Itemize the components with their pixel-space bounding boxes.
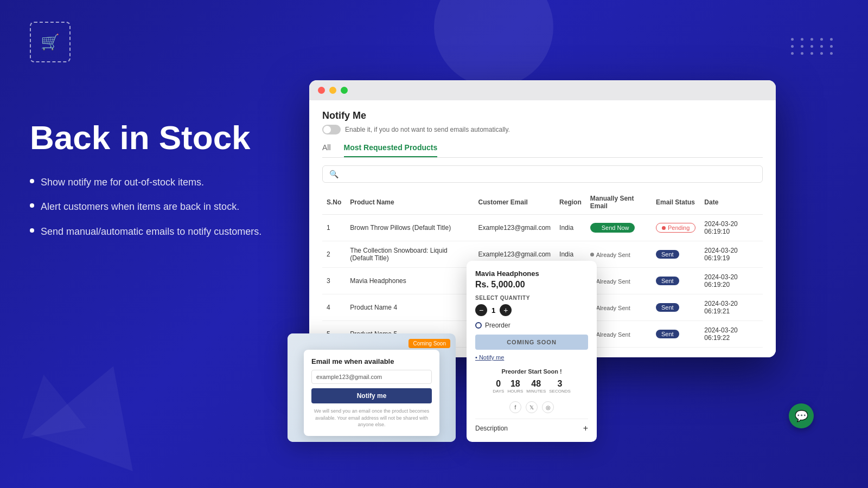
feature-list: Show notify me for out-of-stock items. A… xyxy=(30,176,290,239)
product-panel-price: Rs. 5,000.00 xyxy=(475,280,588,290)
feature-item-3: Send manual/automatic emails to notify c… xyxy=(30,225,290,239)
cell-status: Pending xyxy=(652,215,700,241)
table-row: 1 Brown Throw Pillows (Default Title) Ex… xyxy=(322,215,763,241)
chat-bubble-button[interactable]: 💬 xyxy=(789,403,814,428)
qty-decrease-button[interactable]: − xyxy=(475,304,487,316)
status-sent-badge: Sent xyxy=(656,303,679,312)
status-pending-badge: Pending xyxy=(656,223,695,233)
countdown-num: 0 xyxy=(493,379,504,389)
feature-item-2: Alert customers when items are back in s… xyxy=(30,200,290,214)
toggle-row: Enable it, if you do not want to send em… xyxy=(322,125,763,134)
twitter-icon[interactable]: 𝕏 xyxy=(526,401,538,413)
cell-date: 2024-03-20 06:19:22 xyxy=(700,321,763,348)
preorder-label: Preorder xyxy=(485,322,510,329)
cell-status: Sent xyxy=(652,294,700,321)
traffic-light-green[interactable] xyxy=(341,87,348,94)
notify-me-link[interactable]: • Notify me xyxy=(475,354,588,361)
notify-title: Notify Me xyxy=(322,110,763,121)
product-image-area: Coming Soon Email me when available Noti… xyxy=(288,333,456,442)
email-modal: Email me when available Notify me We wil… xyxy=(304,350,439,436)
page-title: Back in Stock xyxy=(30,119,290,156)
cell-sno: 4 xyxy=(322,294,346,321)
countdown-item: 0DAYS xyxy=(493,379,504,394)
tab-all[interactable]: All xyxy=(322,143,331,157)
qty-label: SELECT QUANTITY xyxy=(475,295,588,301)
cell-sno: 1 xyxy=(322,215,346,241)
left-content: Back in Stock Show notify me for out-of-… xyxy=(30,119,290,249)
facebook-icon[interactable]: f xyxy=(509,401,521,413)
coming-soon-badge: Coming Soon xyxy=(409,339,450,348)
cell-email: Example123@gmail.com xyxy=(474,215,556,241)
countdown-label: DAYS xyxy=(493,389,504,394)
cell-region: India xyxy=(555,215,586,241)
bullet-1 xyxy=(30,179,34,183)
qty-value: 1 xyxy=(492,306,495,314)
toggle-switch[interactable] xyxy=(322,125,341,134)
feature-item-1: Show notify me for out-of-stock items. xyxy=(30,176,290,189)
instagram-icon[interactable]: ◎ xyxy=(542,401,554,413)
tabs: All Most Requested Products xyxy=(322,143,763,158)
already-sent-badge: Already Sent xyxy=(590,252,630,258)
product-popup: Coming Soon Email me when available Noti… xyxy=(288,333,456,442)
disclaimer-text: We will send you an email once the produ… xyxy=(311,408,432,428)
preorder-radio[interactable] xyxy=(475,322,482,329)
bullet-3 xyxy=(30,228,34,233)
toggle-label: Enable it, if you do not want to send em… xyxy=(345,126,510,133)
countdown: 0DAYS18HOURS48MINUTES3SECONDS xyxy=(475,379,588,394)
cell-product: Brown Throw Pillows (Default Title) xyxy=(346,215,474,241)
traffic-light-yellow[interactable] xyxy=(329,87,336,94)
col-sno: S.No xyxy=(322,190,346,215)
col-email-status: Email Status xyxy=(652,190,700,215)
col-manually-sent: Manually Sent Email xyxy=(586,190,652,215)
col-date: Date xyxy=(700,190,763,215)
col-customer-email: Customer Email xyxy=(474,190,556,215)
expand-description-icon: + xyxy=(583,423,588,433)
cell-date: 2024-03-20 06:19:19 xyxy=(700,241,763,268)
traffic-light-red[interactable] xyxy=(318,87,325,94)
tab-most-requested[interactable]: Most Requested Products xyxy=(344,143,438,157)
cell-product: The Collection Snowboard: Liquid (Defaul… xyxy=(346,241,474,268)
cell-status: Sent xyxy=(652,321,700,348)
send-now-badge[interactable]: Send Now xyxy=(590,223,635,233)
cell-sno: 3 xyxy=(322,268,346,294)
status-sent-badge: Sent xyxy=(656,330,679,338)
description-label: Description xyxy=(475,425,508,432)
countdown-label: MINUTES xyxy=(526,389,546,394)
status-sent-badge: Sent xyxy=(656,277,679,285)
product-panel: Mavia Headphones Rs. 5,000.00 SELECT QUA… xyxy=(467,261,597,442)
cell-status: Sent xyxy=(652,268,700,294)
notify-me-button[interactable]: Notify me xyxy=(311,388,432,403)
logo-icon: 🛒 xyxy=(41,33,60,51)
toggle-knob xyxy=(323,126,331,133)
cell-date: 2024-03-20 06:19:10 xyxy=(700,215,763,241)
countdown-item: 18HOURS xyxy=(507,379,523,394)
col-region: Region xyxy=(555,190,586,215)
coming-soon-button[interactable]: COMING SOON xyxy=(475,335,588,350)
cell-date: 2024-03-20 06:19:20 xyxy=(700,268,763,294)
search-input[interactable] xyxy=(343,170,756,178)
countdown-num: 18 xyxy=(507,379,523,389)
qty-increase-button[interactable]: + xyxy=(500,304,512,316)
cell-product: Mavia Headphones xyxy=(346,268,474,294)
status-sent-badge: Sent xyxy=(656,250,679,259)
countdown-item: 3SECONDS xyxy=(549,379,571,394)
description-row[interactable]: Description + xyxy=(475,419,588,433)
countdown-label: HOURS xyxy=(507,389,523,394)
cell-sno: 2 xyxy=(322,241,346,268)
window-titlebar xyxy=(309,80,776,100)
email-modal-title: Email me when available xyxy=(311,357,432,365)
social-icons: f 𝕏 ◎ xyxy=(475,401,588,413)
preorder-row: Preorder xyxy=(475,322,588,329)
cell-date: 2024-03-20 06:19:21 xyxy=(700,294,763,321)
bullet-2 xyxy=(30,203,34,208)
countdown-item: 48MINUTES xyxy=(526,379,546,394)
preorder-start-label: Preorder Start Soon ! xyxy=(475,368,588,375)
cell-product: Product Name 4 xyxy=(346,294,474,321)
countdown-num: 3 xyxy=(549,379,571,389)
product-panel-name: Mavia Headphones xyxy=(475,269,588,278)
bg-circle xyxy=(434,0,553,87)
email-input[interactable] xyxy=(311,370,432,384)
qty-control: − 1 + xyxy=(475,304,588,316)
col-product-name: Product Name xyxy=(346,190,474,215)
search-bar[interactable]: 🔍 xyxy=(322,165,763,183)
